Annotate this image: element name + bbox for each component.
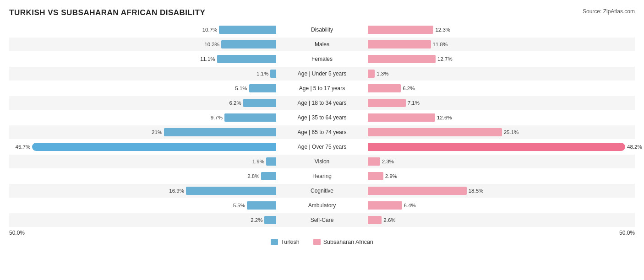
bar-right-fill [368,187,467,195]
chart-title: TURKISH VS SUBSAHARAN AFRICAN DISABILITY [9,8,205,17]
bar-left-side: 2.8% [9,169,276,183]
bar-right-side: 12.6% [368,111,635,124]
bar-left-side: 5.1% [9,81,276,95]
val-right: 6.2% [403,86,415,91]
bar-left-side: 10.3% [9,38,276,51]
bar-row-inner: 45.7% Age | Over 75 years 48.2% [9,140,635,154]
axis-left: 50.0% [9,230,276,236]
bar-right-side: 6.2% [368,81,635,95]
bar-row-inner: 21% Age | 65 to 74 years 25.1% [9,125,635,139]
val-right: 2.6% [383,217,395,223]
bar-right-side: 18.5% [368,184,635,198]
bar-row: 6.2% Age | 18 to 34 years 7.1% [9,96,635,110]
bar-left-fill [264,216,276,224]
bar-left-fill [221,40,276,48]
bar-left-side: 1.9% [9,155,276,168]
bar-row-inner: 2.2% Self-Care 2.6% [9,213,635,227]
center-label: Vision [276,158,368,165]
bar-left-fill [217,55,276,63]
val-left: 1.9% [252,159,264,164]
center-label: Age | Over 75 years [276,144,368,150]
bar-right-side: 48.2% [368,140,635,154]
bar-left-fill [270,70,276,78]
val-right: 12.7% [437,56,453,62]
bar-left-fill [219,26,276,34]
val-left: 9.7% [211,115,223,120]
val-left: 2.8% [247,173,259,179]
bar-row-inner: 9.7% Age | 35 to 64 years 12.6% [9,111,635,124]
center-label: Cognitive [276,188,368,194]
chart-container: TURKISH VS SUBSAHARAN AFRICAN DISABILITY… [0,0,644,250]
bar-right-side: 2.3% [368,155,635,168]
bar-right-fill [368,172,383,180]
bar-left-fill [249,84,276,92]
bar-right-fill [368,143,625,151]
bar-row: 10.3% Males 11.8% [9,38,635,51]
center-label: Ambulatory [276,202,368,209]
val-right: 12.3% [435,27,450,32]
val-left: 11.1% [200,56,215,62]
val-right: 18.5% [469,188,484,194]
legend-label-turkish: Turkish [281,239,300,245]
axis-row: 50.0% 50.0% [9,230,635,236]
bar-left-side: 21% [9,125,276,139]
bar-right-fill [368,157,380,166]
center-label: Age | 65 to 74 years [276,129,368,135]
val-right: 2.3% [382,159,394,164]
bar-right-side: 11.8% [368,38,635,51]
val-left: 16.9% [169,188,184,194]
bar-left-fill [224,113,276,122]
bar-left-side: 16.9% [9,184,276,198]
bar-right-side: 25.1% [368,125,635,139]
center-label: Disability [276,27,368,33]
bar-right-side: 7.1% [368,96,635,110]
center-label: Age | 5 to 17 years [276,85,368,92]
bar-row: 11.1% Females 12.7% [9,52,635,66]
bar-right-fill [368,84,401,92]
bar-row-inner: 6.2% Age | 18 to 34 years 7.1% [9,96,635,110]
bar-right-fill [368,26,433,34]
bar-left-fill [247,201,276,210]
bar-right-fill [368,40,431,48]
bar-row-inner: 16.9% Cognitive 18.5% [9,184,635,198]
val-left: 45.7% [16,144,31,150]
val-left: 10.7% [202,27,218,32]
bar-row-inner: 2.8% Hearing 2.9% [9,169,635,183]
bar-row-inner: 1.9% Vision 2.3% [9,155,635,168]
legend-box-turkish [271,239,278,245]
val-right: 11.8% [433,42,448,47]
val-right: 1.3% [377,71,388,76]
bar-right-fill [368,55,436,63]
bar-right-fill [368,128,502,136]
bar-right-side: 2.9% [368,169,635,183]
bar-right-fill [368,99,406,107]
legend-subsaharan: Subsaharan African [313,239,373,245]
bar-row: 1.9% Vision 2.3% [9,155,635,168]
bar-right-side: 12.3% [368,23,635,37]
chart-header: TURKISH VS SUBSAHARAN AFRICAN DISABILITY… [9,8,635,17]
bar-left-fill [243,99,276,107]
bar-left-fill [266,157,276,166]
val-right: 48.2% [627,144,642,150]
bar-right-fill [368,70,375,78]
bar-right-fill [368,201,402,210]
center-label: Self-Care [276,217,368,223]
val-left: 21% [152,129,162,135]
bar-row-inner: 11.1% Females 12.7% [9,52,635,66]
bar-row: 9.7% Age | 35 to 64 years 12.6% [9,111,635,124]
bar-left-fill [164,128,276,136]
val-left: 6.2% [229,100,241,106]
bar-left-side: 11.1% [9,52,276,66]
bar-row-inner: 5.5% Ambulatory 6.4% [9,199,635,212]
val-left: 5.5% [233,203,245,208]
val-right: 25.1% [504,129,519,135]
bar-left-fill [32,143,276,151]
axis-right: 50.0% [368,230,635,236]
bar-row: 1.1% Age | Under 5 years 1.3% [9,67,635,81]
bar-row-inner: 5.1% Age | 5 to 17 years 6.2% [9,81,635,95]
bar-left-side: 2.2% [9,213,276,227]
center-label: Males [276,41,368,48]
bar-row-inner: 1.1% Age | Under 5 years 1.3% [9,67,635,81]
center-label: Age | Under 5 years [276,70,368,77]
bar-right-side: 1.3% [368,67,635,81]
